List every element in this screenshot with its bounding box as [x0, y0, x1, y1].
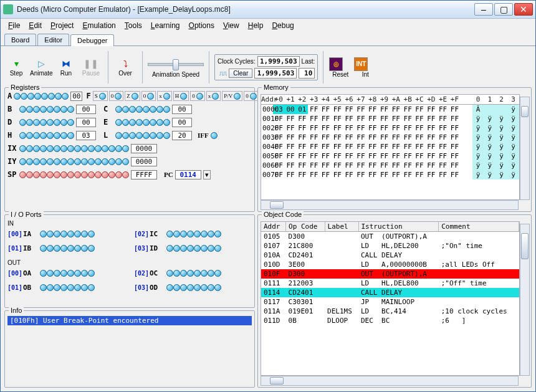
io-ports-panel: I / O Ports IN [00] IA[02] IC[01] IB[03]…	[4, 214, 255, 308]
interrupt-button[interactable]: INTInt	[353, 55, 377, 80]
minimize-button[interactable]: –	[474, 3, 493, 16]
menubar: FileEditProjectEmulationToolsLearningOpt…	[1, 19, 535, 32]
tab-editor[interactable]: Editor	[37, 34, 69, 45]
tab-board[interactable]: Board	[4, 34, 36, 45]
menu-edit[interactable]: Edit	[25, 20, 45, 31]
pause-button[interactable]: ❚❚Pause	[79, 57, 103, 79]
app-window: Deeds (Micro Computer Emulator) - [Examp…	[0, 0, 536, 392]
io-port-row: [03] OD	[134, 281, 252, 294]
info-message: [010Fh] User Break-Point encountered	[7, 316, 252, 325]
objcode-vscroll[interactable]	[520, 224, 530, 376]
code-row[interactable]: 011D0BDLOOPDEC BC;6 ]	[261, 316, 519, 325]
menu-debug[interactable]: Debug	[268, 20, 297, 31]
menu-view[interactable]: View	[219, 20, 243, 31]
code-row[interactable]: 0114CD2401CALL DELAY	[261, 288, 519, 297]
code-row[interactable]: 0105D300OUT (OUTPORT),A	[261, 232, 519, 242]
reg-C-value[interactable]: 00	[172, 105, 192, 114]
memory-vscroll[interactable]	[520, 97, 530, 200]
maximize-button[interactable]: ▢	[494, 3, 513, 16]
sp-value[interactable]: FFFF	[131, 170, 157, 179]
objcode-hscroll[interactable]	[261, 376, 519, 386]
reg-L-value[interactable]: 20	[172, 131, 192, 140]
info-panel: Info [010Fh] User Break-Point encountere…	[4, 310, 255, 388]
code-row[interactable]: 010D3E00LD A,00000000B;all LEDs Off	[261, 260, 519, 269]
menu-options[interactable]: Options	[185, 20, 218, 31]
memory-table[interactable]: Addr+0+1+2+3+4+5+6+7+8+9+A+B+C+D+E+F0123…	[261, 95, 519, 179]
cycles-field[interactable]: 1,999,503	[257, 56, 300, 67]
menu-learning[interactable]: Learning	[147, 20, 184, 31]
io-port-row: [00] OA	[7, 267, 125, 279]
io-port-row: [01] OB	[7, 281, 125, 294]
code-row[interactable]: 010ACD2401CALL DELAY	[261, 251, 519, 260]
code-row[interactable]: 010FD300OUT (OUTPORT),A	[261, 269, 519, 279]
registers-panel: Registers A00FS0Z0xH0xP/V0N0Cy0B00C00D00…	[4, 87, 255, 212]
code-row[interactable]: 0111212003LD HL,DEL800;"Off" time	[261, 279, 519, 288]
memory-hscroll[interactable]	[261, 200, 519, 210]
pc-dropdown-icon[interactable]: ▾	[203, 170, 211, 179]
code-row[interactable]: 0117C30301JP MAINLOOP	[261, 297, 519, 307]
iy-value[interactable]: 0000	[131, 157, 157, 166]
animation-speed-label: Animation Speed	[152, 71, 199, 78]
tab-debugger[interactable]: Debugger	[70, 34, 114, 46]
menu-file[interactable]: File	[4, 20, 24, 31]
ix-value[interactable]: 0000	[131, 144, 157, 153]
menu-help[interactable]: Help	[244, 20, 267, 31]
io-port-row: [00] IA	[7, 227, 125, 240]
waveform-icon: ⎍⎍	[219, 70, 227, 77]
window-title: Deeds (Micro Computer Emulator) - [Examp…	[17, 5, 474, 14]
animate-button[interactable]: ▷Animate	[29, 57, 53, 79]
object-code-panel: Object Code AddrOp CodeLabelIstructionCo…	[257, 214, 532, 388]
last-cycles-field[interactable]: 1,999,503	[254, 68, 297, 79]
io-port-row: [01] IB	[7, 242, 125, 254]
titlebar: Deeds (Micro Computer Emulator) - [Examp…	[1, 1, 535, 19]
reg-E-value[interactable]: 00	[172, 118, 192, 127]
io-port-row: [02] OC	[134, 267, 252, 279]
io-port-row: [03] ID	[134, 242, 252, 254]
menu-project[interactable]: Project	[47, 20, 77, 31]
reset-button[interactable]: ◎Reset	[328, 55, 352, 80]
reg-B-value[interactable]: 00	[76, 105, 96, 114]
app-icon	[3, 4, 13, 14]
step-count-field[interactable]: 10	[299, 68, 315, 79]
pc-value[interactable]: 0114	[175, 170, 201, 179]
code-row[interactable]: 010721C800LD HL,DEL200;"On" time	[261, 241, 519, 251]
clear-cycles-button[interactable]: Clear	[229, 69, 252, 78]
run-button[interactable]: ⧓Run	[54, 57, 78, 79]
reg-A-value[interactable]: 00	[70, 92, 82, 101]
step-over-button[interactable]: ⤵Over	[113, 57, 137, 79]
step-button[interactable]: ▾Step	[4, 57, 28, 79]
io-port-row: [02] IC	[134, 227, 252, 240]
close-button[interactable]: ✕	[514, 3, 533, 16]
menu-tools[interactable]: Tools	[121, 20, 146, 31]
animation-speed-slider[interactable]	[148, 57, 204, 70]
menu-emulation[interactable]: Emulation	[79, 20, 119, 31]
code-row[interactable]: 011A019E01DEL1MSLD BC,414;10 clock cycle…	[261, 307, 519, 316]
memory-panel: Memory Addr+0+1+2+3+4+5+6+7+8+9+A+B+C+D+…	[257, 87, 532, 212]
toolbar: ▾Step ▷Animate ⧓Run ❚❚Pause ⤵Over Animat…	[4, 50, 532, 85]
object-code-table[interactable]: AddrOp CodeLabelIstructionComment0105D30…	[261, 222, 519, 325]
reg-D-value[interactable]: 00	[76, 118, 96, 127]
clock-cycles-box: Clock Cycles:1,999,503Last: ⎍⎍Clear1,999…	[214, 54, 318, 80]
tabbar: BoardEditorDebugger	[1, 32, 535, 45]
reg-H-value[interactable]: 03	[76, 131, 96, 140]
